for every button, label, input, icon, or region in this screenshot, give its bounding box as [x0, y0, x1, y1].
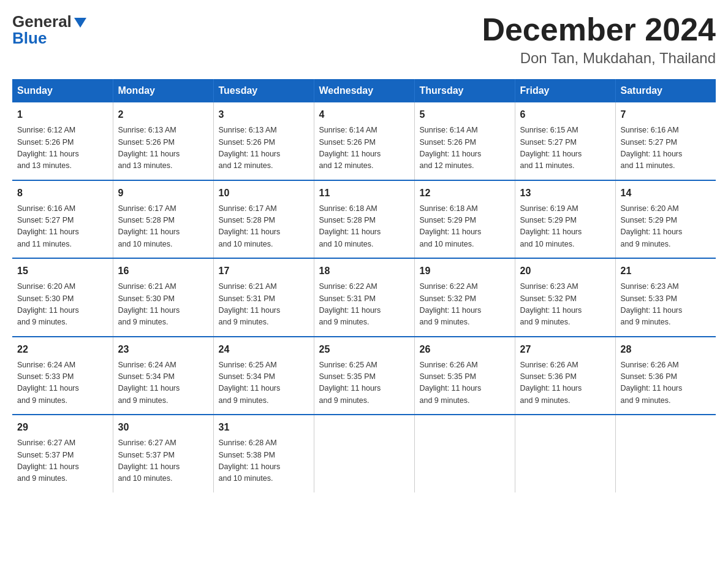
day-info: Sunrise: 6:25 AMSunset: 5:34 PMDaylight:…	[219, 359, 309, 407]
day-info: Sunrise: 6:16 AMSunset: 5:27 PMDaylight:…	[621, 124, 711, 172]
day-info: Sunrise: 6:26 AMSunset: 5:36 PMDaylight:…	[621, 359, 711, 407]
day-info: Sunrise: 6:12 AMSunset: 5:26 PMDaylight:…	[17, 124, 108, 172]
calendar-cell: 24Sunrise: 6:25 AMSunset: 5:34 PMDayligh…	[213, 337, 314, 415]
calendar-cell	[414, 415, 515, 492]
day-number: 10	[219, 186, 309, 201]
day-info: Sunrise: 6:18 AMSunset: 5:28 PMDaylight:…	[319, 203, 409, 251]
calendar-cell: 19Sunrise: 6:22 AMSunset: 5:32 PMDayligh…	[414, 258, 515, 337]
day-info: Sunrise: 6:13 AMSunset: 5:26 PMDaylight:…	[219, 124, 309, 172]
calendar-week-1: 1Sunrise: 6:12 AMSunset: 5:26 PMDaylight…	[12, 102, 716, 180]
day-info: Sunrise: 6:15 AMSunset: 5:27 PMDaylight:…	[520, 124, 610, 172]
day-number: 23	[118, 342, 208, 357]
day-info: Sunrise: 6:26 AMSunset: 5:36 PMDaylight:…	[520, 359, 610, 407]
calendar-cell: 25Sunrise: 6:25 AMSunset: 5:35 PMDayligh…	[314, 337, 414, 415]
day-number: 31	[219, 420, 309, 435]
header-tuesday: Tuesday	[213, 79, 314, 102]
day-number: 5	[420, 107, 510, 122]
calendar-cell: 2Sunrise: 6:13 AMSunset: 5:26 PMDaylight…	[113, 102, 213, 180]
calendar-cell: 11Sunrise: 6:18 AMSunset: 5:28 PMDayligh…	[314, 180, 414, 259]
header-monday: Monday	[113, 79, 213, 102]
calendar-cell: 29Sunrise: 6:27 AMSunset: 5:37 PMDayligh…	[12, 415, 113, 492]
calendar-cell: 21Sunrise: 6:23 AMSunset: 5:33 PMDayligh…	[615, 258, 716, 337]
day-number: 3	[219, 107, 309, 122]
day-info: Sunrise: 6:14 AMSunset: 5:26 PMDaylight:…	[319, 124, 409, 172]
day-info: Sunrise: 6:20 AMSunset: 5:29 PMDaylight:…	[621, 203, 711, 251]
day-number: 25	[319, 342, 409, 357]
calendar-cell: 18Sunrise: 6:22 AMSunset: 5:31 PMDayligh…	[314, 258, 414, 337]
calendar-week-2: 8Sunrise: 6:16 AMSunset: 5:27 PMDaylight…	[12, 180, 716, 259]
day-number: 1	[17, 107, 108, 122]
calendar-cell: 22Sunrise: 6:24 AMSunset: 5:33 PMDayligh…	[12, 337, 113, 415]
day-number: 8	[17, 186, 108, 201]
day-info: Sunrise: 6:20 AMSunset: 5:30 PMDaylight:…	[17, 281, 108, 329]
calendar-cell: 8Sunrise: 6:16 AMSunset: 5:27 PMDaylight…	[12, 180, 113, 259]
calendar-cell: 23Sunrise: 6:24 AMSunset: 5:34 PMDayligh…	[113, 337, 213, 415]
calendar-cell	[515, 415, 615, 492]
day-info: Sunrise: 6:17 AMSunset: 5:28 PMDaylight:…	[219, 203, 309, 251]
day-info: Sunrise: 6:28 AMSunset: 5:38 PMDaylight:…	[219, 437, 309, 485]
day-number: 2	[118, 107, 208, 122]
calendar-cell: 26Sunrise: 6:26 AMSunset: 5:35 PMDayligh…	[414, 337, 515, 415]
day-info: Sunrise: 6:13 AMSunset: 5:26 PMDaylight:…	[118, 124, 208, 172]
day-number: 9	[118, 186, 208, 201]
day-number: 16	[118, 264, 208, 278]
day-number: 4	[319, 107, 409, 122]
day-number: 7	[621, 107, 711, 122]
calendar-cell: 31Sunrise: 6:28 AMSunset: 5:38 PMDayligh…	[213, 415, 314, 492]
day-info: Sunrise: 6:23 AMSunset: 5:33 PMDaylight:…	[621, 281, 711, 329]
day-info: Sunrise: 6:24 AMSunset: 5:33 PMDaylight:…	[17, 359, 108, 407]
day-info: Sunrise: 6:21 AMSunset: 5:31 PMDaylight:…	[219, 281, 309, 329]
calendar-cell: 9Sunrise: 6:17 AMSunset: 5:28 PMDaylight…	[113, 180, 213, 259]
day-info: Sunrise: 6:23 AMSunset: 5:32 PMDaylight:…	[520, 281, 610, 329]
calendar-cell: 7Sunrise: 6:16 AMSunset: 5:27 PMDaylight…	[615, 102, 716, 180]
title-block: December 2024 Don Tan, Mukdahan, Thailan…	[482, 12, 716, 67]
calendar-cell: 6Sunrise: 6:15 AMSunset: 5:27 PMDaylight…	[515, 102, 615, 180]
calendar-cell: 14Sunrise: 6:20 AMSunset: 5:29 PMDayligh…	[615, 180, 716, 259]
day-number: 20	[520, 264, 610, 278]
day-info: Sunrise: 6:16 AMSunset: 5:27 PMDaylight:…	[17, 203, 108, 251]
day-info: Sunrise: 6:17 AMSunset: 5:28 PMDaylight:…	[118, 203, 208, 251]
calendar-cell	[314, 415, 414, 492]
day-number: 19	[420, 264, 510, 278]
calendar-cell: 4Sunrise: 6:14 AMSunset: 5:26 PMDaylight…	[314, 102, 414, 180]
logo-triangle-icon	[74, 18, 86, 28]
calendar-cell: 16Sunrise: 6:21 AMSunset: 5:30 PMDayligh…	[113, 258, 213, 337]
calendar-cell: 17Sunrise: 6:21 AMSunset: 5:31 PMDayligh…	[213, 258, 314, 337]
calendar-week-5: 29Sunrise: 6:27 AMSunset: 5:37 PMDayligh…	[12, 415, 716, 492]
day-info: Sunrise: 6:19 AMSunset: 5:29 PMDaylight:…	[520, 203, 610, 251]
header-wednesday: Wednesday	[314, 79, 414, 102]
calendar-cell	[615, 415, 716, 492]
day-number: 6	[520, 107, 610, 122]
calendar-cell: 3Sunrise: 6:13 AMSunset: 5:26 PMDaylight…	[213, 102, 314, 180]
calendar-cell: 12Sunrise: 6:18 AMSunset: 5:29 PMDayligh…	[414, 180, 515, 259]
day-number: 24	[219, 342, 309, 357]
day-info: Sunrise: 6:27 AMSunset: 5:37 PMDaylight:…	[118, 437, 208, 485]
calendar-cell: 20Sunrise: 6:23 AMSunset: 5:32 PMDayligh…	[515, 258, 615, 337]
day-info: Sunrise: 6:27 AMSunset: 5:37 PMDaylight:…	[17, 437, 108, 485]
day-info: Sunrise: 6:26 AMSunset: 5:35 PMDaylight:…	[420, 359, 510, 407]
day-number: 18	[319, 264, 409, 278]
calendar-week-4: 22Sunrise: 6:24 AMSunset: 5:33 PMDayligh…	[12, 337, 716, 415]
header-friday: Friday	[515, 79, 615, 102]
calendar-cell: 15Sunrise: 6:20 AMSunset: 5:30 PMDayligh…	[12, 258, 113, 337]
day-info: Sunrise: 6:24 AMSunset: 5:34 PMDaylight:…	[118, 359, 208, 407]
day-number: 28	[621, 342, 711, 357]
calendar-header-row: SundayMondayTuesdayWednesdayThursdayFrid…	[12, 79, 716, 102]
day-number: 29	[17, 420, 108, 435]
calendar-table: SundayMondayTuesdayWednesdayThursdayFrid…	[12, 79, 716, 492]
header-thursday: Thursday	[414, 79, 515, 102]
calendar-cell: 27Sunrise: 6:26 AMSunset: 5:36 PMDayligh…	[515, 337, 615, 415]
day-number: 30	[118, 420, 208, 435]
day-info: Sunrise: 6:14 AMSunset: 5:26 PMDaylight:…	[420, 124, 510, 172]
day-number: 27	[520, 342, 610, 357]
page-title: December 2024	[482, 12, 716, 47]
header-saturday: Saturday	[615, 79, 716, 102]
day-number: 26	[420, 342, 510, 357]
day-number: 17	[219, 264, 309, 278]
day-info: Sunrise: 6:22 AMSunset: 5:31 PMDaylight:…	[319, 281, 409, 329]
day-number: 13	[520, 186, 610, 201]
day-info: Sunrise: 6:25 AMSunset: 5:35 PMDaylight:…	[319, 359, 409, 407]
calendar-cell: 30Sunrise: 6:27 AMSunset: 5:37 PMDayligh…	[113, 415, 213, 492]
page-header: General Blue December 2024 Don Tan, Mukd…	[12, 12, 716, 67]
day-info: Sunrise: 6:18 AMSunset: 5:29 PMDaylight:…	[420, 203, 510, 251]
